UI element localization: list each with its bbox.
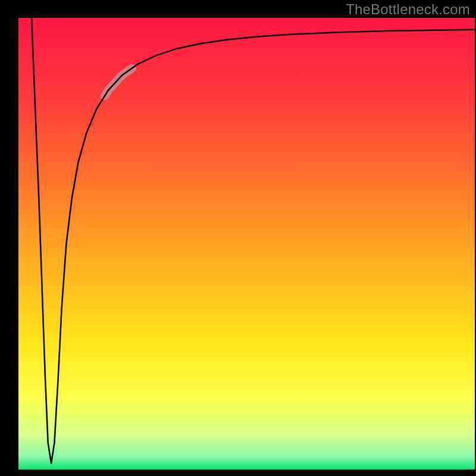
watermark-text: TheBottleneck.com [346, 1, 470, 18]
chart-canvas [0, 0, 476, 476]
plot-background [18, 18, 475, 470]
chart-frame: TheBottleneck.com [0, 0, 476, 476]
